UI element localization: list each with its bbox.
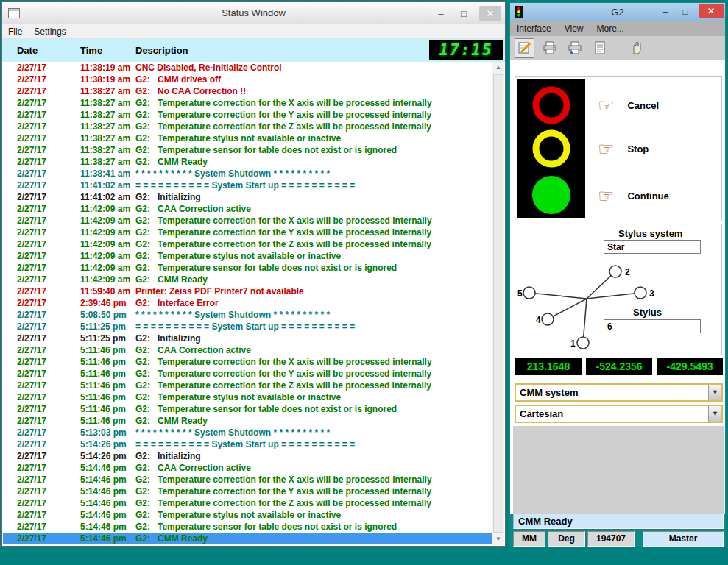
printer-setup-icon[interactable] [540,38,559,58]
unit-deg-box[interactable]: Deg [548,531,585,547]
log-row[interactable]: 2/27/1711:38:27 amG2: Temperature correc… [3,121,492,132]
log-time: 11:59:40 am [80,285,130,297]
log-row[interactable]: 2/27/1711:42:09 amG2: Temperature correc… [3,215,492,227]
log-row[interactable]: 2/27/175:08:50 pm* * * * * * * * * * Sys… [3,309,492,321]
log-description: = = = = = = = = = = System Start up = = … [135,438,355,450]
chevron-down-icon[interactable]: ▼ [708,385,721,400]
log-date: 2/27/17 [17,285,46,297]
log-date: 2/27/17 [17,238,46,250]
hand-tool-icon[interactable] [626,38,646,58]
coordinate-system-dropdown[interactable]: Cartesian ▼ [515,405,723,423]
log-row[interactable]: 2/27/175:11:46 pmG2: Temperature sensor … [3,403,492,415]
document-icon[interactable] [590,38,609,58]
log-time: 5:11:25 pm [80,333,126,344]
log-row[interactable]: 2/27/175:14:26 pmG2: Initializing [3,450,492,462]
log-row[interactable]: 2/27/1711:42:09 amG2: CMM Ready [3,274,492,285]
chevron-down-icon[interactable]: ▼ [708,406,721,422]
menu-item-view[interactable]: View [558,24,590,34]
stylus-system-input[interactable] [604,240,701,254]
log-row[interactable]: 2/27/175:11:46 pmG2: CMM Ready [3,415,492,427]
log-description: G2: CMM Ready [135,156,208,168]
minimize-icon[interactable]: – [434,8,448,19]
log-row[interactable]: 2/27/1711:38:27 amG2: No CAA Correction … [3,85,492,97]
green-light [532,176,570,214]
log-row[interactable]: 2/27/175:14:46 pmG2: Temperature stylus … [3,509,492,521]
scroll-up-icon[interactable]: ▲ [492,62,504,74]
log-description: G2: Temperature correction for the X axi… [135,97,432,109]
edit-note-icon[interactable] [515,38,534,58]
log-row[interactable]: 2/27/175:13:03 pm* * * * * * * * * * Sys… [3,427,492,438]
status-window-title-bar[interactable]: Status Window – □ ✕ [2,2,505,24]
stop-button[interactable]: ☞ Stop [598,136,649,161]
column-time[interactable]: Time [80,45,102,56]
scroll-thumb[interactable] [493,74,503,533]
log-row[interactable]: 2/27/175:14:46 pmG2: Temperature correct… [3,497,492,509]
continue-label: Continue [627,191,668,202]
log-row[interactable]: 2/27/175:11:46 pmG2: Temperature correct… [3,356,492,368]
scrollbar[interactable]: ▲ ▼ [492,62,504,545]
log-row[interactable]: 2/27/175:14:46 pmG2: Temperature sensor … [3,521,492,533]
close-icon[interactable]: ✕ [479,6,501,21]
menu-item-file[interactable]: File [2,26,28,37]
maximize-icon[interactable]: □ [456,8,471,19]
log-row[interactable]: 2/27/175:11:46 pmG2: Temperature correct… [3,380,492,391]
log-row[interactable]: 2/27/1711:38:19 amG2: CMM drives off [3,74,492,85]
log-description: G2: Initializing [135,191,201,203]
stylus-input[interactable] [604,319,701,333]
log-date: 2/27/17 [17,391,46,403]
log-row[interactable]: 2/27/175:14:46 pmG2: Temperature correct… [3,486,492,497]
column-date[interactable]: Date [17,45,38,56]
menu-item-more[interactable]: More... [590,24,631,34]
log-row[interactable]: 2/27/1711:42:09 amG2: CAA Correction act… [3,203,492,215]
log-row[interactable]: 2/27/1711:42:09 amG2: Temperature correc… [3,227,492,238]
log-row[interactable]: 2/27/1711:42:09 amG2: Temperature sensor… [3,262,492,274]
log-row[interactable]: 2/27/175:14:46 pmG2: Temperature correct… [3,474,492,486]
log-description: G2: Initializing [135,450,201,462]
log-row[interactable]: 2/27/1711:42:09 amG2: Temperature correc… [3,238,492,250]
cmm-system-dropdown[interactable]: CMM system ▼ [515,383,723,402]
column-description[interactable]: Description [135,45,188,56]
log-row[interactable]: 2/27/1711:42:09 amG2: Temperature stylus… [3,250,492,262]
log-row[interactable]: 2/27/175:11:25 pm= = = = = = = = = = Sys… [3,321,492,333]
log-row[interactable]: 2/27/172:39:46 pmG2: Interface Error [3,297,492,309]
log-row[interactable]: 2/27/1711:38:27 amG2: Temperature sensor… [3,144,492,156]
traffic-light [517,79,585,218]
log-row[interactable]: 2/27/175:11:46 pmG2: Temperature stylus … [3,391,492,403]
log-time: 11:38:27 am [80,144,130,156]
maximize-icon[interactable]: □ [679,7,692,17]
log-row[interactable]: 2/27/1711:38:41 am* * * * * * * * * * Sy… [3,168,492,180]
log-description: * * * * * * * * * * System Shutdown * * … [135,168,330,180]
log-row[interactable]: 2/27/1711:41:02 amG2: Initializing [3,191,492,203]
log-date: 2/27/17 [17,497,46,509]
log-row[interactable]: 2/27/175:14:46 pmG2: CMM Ready [3,533,492,544]
log-row[interactable]: 2/27/1711:38:27 amG2: Temperature correc… [3,109,492,121]
log-description: G2: Temperature sensor for table does no… [135,403,397,415]
coordinate-display-z: -429.5493 [657,358,723,375]
log-row[interactable]: 2/27/175:11:46 pmG2: CAA Correction acti… [3,344,492,356]
log-time: 11:38:27 am [80,85,130,97]
unit-mm-box[interactable]: MM [513,531,545,547]
log-row[interactable]: 2/27/1711:38:27 amG2: Temperature correc… [3,97,492,109]
menu-item-settings[interactable]: Settings [28,26,71,37]
scroll-down-icon[interactable]: ▼ [492,533,504,545]
minimize-icon[interactable]: – [659,7,672,17]
log-time: 5:11:46 pm [80,415,126,427]
g2-title-bar[interactable]: G2 – □ ✕ [510,3,725,21]
continue-button[interactable]: ☞ Continue [598,183,669,208]
log-row[interactable]: 2/27/175:14:26 pm= = = = = = = = = = Sys… [3,438,492,450]
stylus-diagram[interactable]: 2 3 5 4 1 [517,257,657,354]
cancel-button[interactable]: ☞ Cancel [598,93,659,118]
log-row[interactable]: 2/27/175:11:25 pmG2: Initializing [3,333,492,344]
log-row[interactable]: 2/27/1711:38:27 amG2: Temperature stylus… [3,132,492,144]
print-export-icon[interactable] [565,38,584,58]
close-icon[interactable]: ✕ [699,4,724,18]
log-row[interactable]: 2/27/175:14:46 pmG2: CAA Correction acti… [3,462,492,474]
log-description: G2: Temperature stylus not available or … [135,509,341,521]
log-row[interactable]: 2/27/1711:59:40 amPrinter: Zeiss PDF Pri… [3,285,492,297]
master-box[interactable]: Master [643,531,724,547]
log-row[interactable]: 2/27/1711:38:19 amCNC Disabled, Re-Initi… [3,62,492,74]
log-row[interactable]: 2/27/1711:38:27 amG2: CMM Ready [3,156,492,168]
log-row[interactable]: 2/27/175:11:46 pmG2: Temperature correct… [3,368,492,380]
log-row[interactable]: 2/27/1711:41:02 am= = = = = = = = = = Sy… [3,180,492,191]
menu-item-interface[interactable]: Interface [510,24,558,34]
